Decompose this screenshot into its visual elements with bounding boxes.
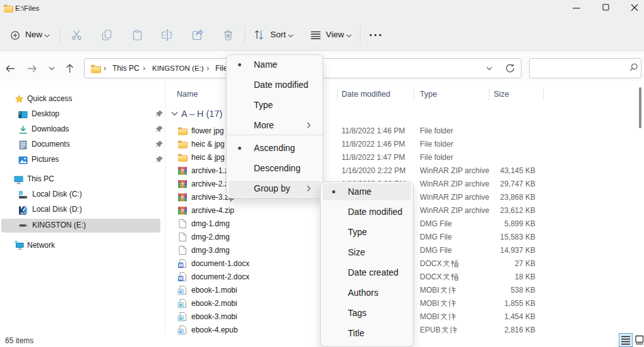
svg-text:PDF: PDF bbox=[20, 212, 25, 215]
